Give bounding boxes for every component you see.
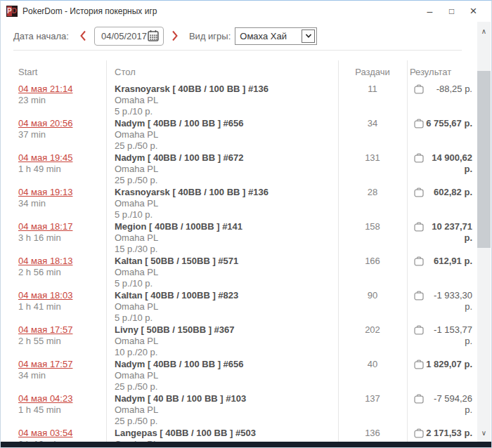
session-date-link[interactable]: 04 мая 17:57 bbox=[18, 359, 72, 370]
session-date-link[interactable]: 04 мая 18:03 bbox=[18, 290, 72, 301]
session-duration: 34 min bbox=[18, 198, 106, 209]
result-cell: 1 829,07 р. bbox=[407, 357, 477, 370]
result-cell: 10 237,71 р. bbox=[407, 220, 477, 244]
start-cell: 04 мая 17:57 2 h 55 min bbox=[1, 323, 106, 347]
maximize-button[interactable]: □ bbox=[441, 2, 462, 20]
stakes: 5 р./10 р. bbox=[115, 312, 338, 324]
result-cell: -1 153,77 р. bbox=[407, 323, 477, 347]
result-cell: 612,91 р. bbox=[407, 254, 477, 267]
hands-count: 136 bbox=[338, 426, 407, 439]
stakes: 25 р./50 р. bbox=[115, 416, 338, 427]
session-date-link[interactable]: 04 мая 03:54 bbox=[18, 428, 72, 439]
close-icon: × bbox=[470, 4, 477, 18]
prev-date-button[interactable] bbox=[77, 28, 89, 44]
next-date-button[interactable] bbox=[169, 28, 181, 44]
stakes: 25 р./50 р. bbox=[115, 175, 338, 186]
minimize-button[interactable]: – bbox=[419, 2, 441, 20]
window-bottom-edge bbox=[1, 442, 491, 447]
stakes: 5 р./10 р. bbox=[115, 278, 338, 289]
maximize-icon: □ bbox=[449, 6, 454, 16]
wallet-icon bbox=[414, 222, 424, 232]
result-cell: -7 594,26 р. bbox=[407, 392, 477, 416]
table-body: 04 мая 21:14 23 min Krasnoyarsk [ 40BB /… bbox=[1, 82, 477, 442]
wallet-icon bbox=[414, 325, 424, 335]
stakes: 15 р./30 р. bbox=[115, 244, 338, 255]
result-cell: -88,25 р. bbox=[407, 82, 477, 95]
hands-count: 158 bbox=[338, 220, 407, 232]
session-date-link[interactable]: 04 мая 21:14 bbox=[18, 84, 72, 95]
result-value: 2 171,53 р. bbox=[424, 428, 472, 439]
stakes: 25 р./50 р. bbox=[115, 140, 338, 152]
game-type: Omaha PL bbox=[115, 336, 338, 347]
session-date-link[interactable]: 04 мая 19:13 bbox=[18, 187, 72, 198]
session-date-link[interactable]: 04 мая 20:56 bbox=[18, 118, 72, 129]
hands-count: 166 bbox=[338, 254, 407, 267]
pokerdom-logo-icon: P D bbox=[6, 6, 18, 17]
session-date-link[interactable]: 04 мая 17:57 bbox=[18, 324, 72, 336]
table-row: 04 мая 19:45 1 h 49 min Nadym [ 40BB / 1… bbox=[1, 151, 477, 185]
table-row: 04 мая 17:57 34 min Nadym [ 40BB / 100 B… bbox=[1, 357, 477, 392]
vertical-scrollbar[interactable]: ∧ ∨ bbox=[477, 22, 491, 442]
close-button[interactable]: × bbox=[462, 2, 484, 20]
result-value: 14 900,62 р. bbox=[424, 152, 472, 175]
table-cell: Krasnoyarsk [ 40BB / 100 BB ] #136 Omaha… bbox=[106, 185, 338, 220]
session-duration: 23 min bbox=[18, 95, 106, 106]
calendar-icon[interactable] bbox=[147, 29, 160, 42]
chevron-down-icon bbox=[305, 33, 312, 39]
result-cell: 14 900,62 р. bbox=[407, 151, 477, 175]
scroll-up-icon: ∧ bbox=[481, 27, 486, 35]
session-duration: 2 h 56 min bbox=[18, 267, 106, 278]
start-date-value: 04/05/2017 bbox=[101, 31, 147, 41]
header-table: Стол bbox=[115, 67, 136, 77]
table-row: 04 мая 21:14 23 min Krasnoyarsk [ 40BB /… bbox=[1, 82, 477, 117]
table-name: Langepas [ 40BB / 100 BB ] #503 bbox=[115, 428, 338, 439]
table-row: 04 мая 04:23 1 h 45 min Nadym [ 40 BB / … bbox=[1, 392, 477, 426]
result-cell: -1 933,30 р. bbox=[407, 289, 477, 312]
start-cell: 04 мая 04:23 1 h 45 min bbox=[1, 392, 106, 416]
game-type: Omaha PL bbox=[115, 232, 338, 244]
session-date-link[interactable]: 04 мая 18:13 bbox=[18, 256, 72, 267]
wallet-icon bbox=[414, 153, 424, 163]
game-type-select[interactable]: Омаха Хай bbox=[235, 27, 317, 45]
window-title: PokerDom - История покерных игр bbox=[22, 6, 157, 16]
table-name: Kaltan [ 50BB / 150BB ] #571 bbox=[115, 256, 338, 267]
session-duration: 2 h 55 min bbox=[18, 336, 106, 347]
header-start: Start bbox=[18, 67, 37, 77]
start-cell: 04 мая 18:17 3 h 16 min bbox=[1, 220, 106, 244]
wallet-icon bbox=[414, 187, 424, 197]
game-type-label: Вид игры: bbox=[189, 31, 231, 41]
start-cell: 04 мая 20:56 37 min bbox=[1, 117, 106, 140]
table-name: Nadym [ 40BB / 100 BB ] #672 bbox=[115, 152, 338, 164]
table-row: 04 мая 03:54 2 h 19 min Langepas [ 40BB … bbox=[1, 426, 477, 442]
table-row: 04 мая 17:57 2 h 55 min Livny [ 50BB / 1… bbox=[1, 323, 477, 357]
session-date-link[interactable]: 04 мая 18:17 bbox=[18, 221, 72, 232]
hands-count: 34 bbox=[338, 117, 407, 129]
title-bar: P D PokerDom - История покерных игр – □ … bbox=[1, 1, 491, 21]
result-value: 602,82 р. bbox=[424, 187, 472, 198]
start-cell: 04 мая 17:57 34 min bbox=[1, 357, 106, 381]
scroll-down-button[interactable]: ∨ bbox=[477, 426, 491, 439]
session-date-link[interactable]: 04 мая 04:23 bbox=[18, 393, 72, 404]
result-value: -88,25 р. bbox=[424, 84, 472, 95]
start-cell: 04 мая 03:54 2 h 19 min bbox=[1, 426, 106, 442]
start-date-input[interactable]: 04/05/2017 bbox=[94, 27, 164, 46]
result-value: 10 237,71 р. bbox=[424, 221, 472, 244]
scrollbar-thumb[interactable] bbox=[477, 71, 491, 248]
wallet-icon bbox=[414, 428, 424, 438]
table-row: 04 мая 20:56 37 min Nadym [ 40BB / 100 B… bbox=[1, 117, 477, 151]
wallet-icon bbox=[414, 84, 424, 94]
result-value: 612,91 р. bbox=[424, 256, 472, 267]
table-name: Krasnoyarsk [ 40BB / 100 BB ] #136 bbox=[115, 84, 338, 95]
table-name: Megion [ 40BB / 100BB ] #141 bbox=[115, 221, 338, 232]
game-type: Omaha PL bbox=[115, 95, 338, 106]
wallet-icon bbox=[414, 119, 424, 129]
table-cell: Megion [ 40BB / 100BB ] #141 Omaha PL 15… bbox=[106, 220, 338, 255]
stakes: 25 р./50 р. bbox=[115, 381, 338, 393]
table-cell: Nadym [ 40BB / 100 BB ] #656 Omaha PL 25… bbox=[106, 117, 338, 152]
session-date-link[interactable]: 04 мая 19:45 bbox=[18, 152, 72, 164]
result-value: -1 933,30 р. bbox=[424, 290, 472, 312]
scroll-up-button[interactable]: ∧ bbox=[477, 25, 491, 37]
stakes: 5 р./10 р. bbox=[115, 209, 338, 220]
select-dropdown-button[interactable] bbox=[302, 29, 315, 43]
table-cell: Nadym [ 40 BB / 100 BB ] #103 Omaha PL 2… bbox=[106, 392, 338, 427]
